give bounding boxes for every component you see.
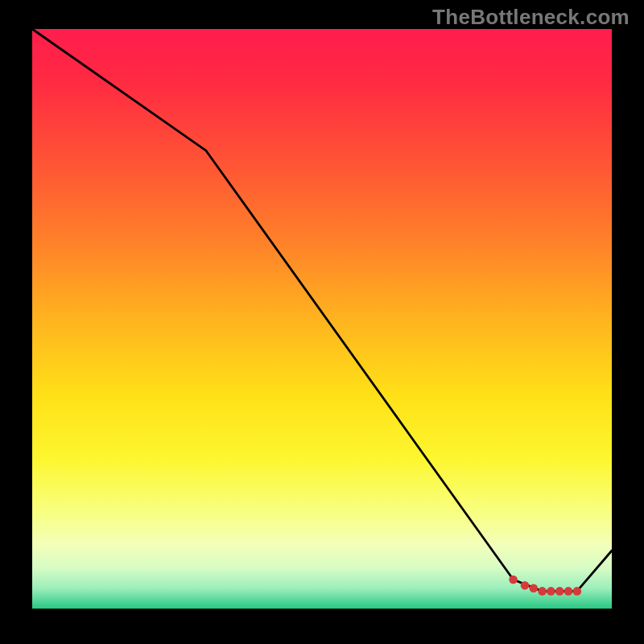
chart-container: TheBottleneck.com: [0, 0, 644, 644]
data-point: [573, 587, 582, 596]
bottleneck-chart: [0, 0, 644, 644]
plot-area: [32, 29, 612, 609]
data-point: [509, 576, 518, 584]
data-point: [521, 581, 530, 590]
data-point: [555, 587, 564, 596]
data-point: [564, 587, 573, 596]
data-point: [538, 587, 547, 596]
data-point: [547, 587, 555, 596]
data-point: [530, 584, 539, 593]
watermark-text: TheBottleneck.com: [432, 5, 630, 30]
